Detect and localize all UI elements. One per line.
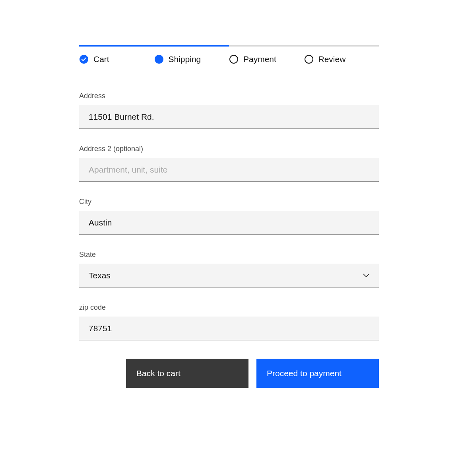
circle-filled-icon bbox=[154, 54, 164, 64]
circle-outline-icon bbox=[304, 54, 314, 64]
progress-segment-cart bbox=[79, 45, 154, 47]
svg-point-0 bbox=[80, 55, 88, 64]
address-input[interactable] bbox=[79, 105, 379, 129]
back-button[interactable]: Back to cart bbox=[126, 359, 248, 388]
city-input[interactable] bbox=[79, 211, 379, 235]
address2-input[interactable] bbox=[79, 158, 379, 182]
check-circle-icon bbox=[79, 54, 89, 64]
step-label: Review bbox=[318, 54, 346, 64]
steps-row: Cart Shipping Payment Review bbox=[79, 54, 379, 64]
svg-point-2 bbox=[230, 55, 238, 63]
step-cart[interactable]: Cart bbox=[79, 54, 154, 64]
zip-label: zip code bbox=[79, 303, 379, 312]
svg-point-1 bbox=[155, 55, 163, 64]
svg-point-3 bbox=[305, 55, 313, 63]
state-label: State bbox=[79, 251, 379, 259]
proceed-button[interactable]: Proceed to payment bbox=[256, 359, 379, 388]
zip-input[interactable] bbox=[79, 317, 379, 340]
address-label: Address bbox=[79, 92, 379, 100]
progress-bar bbox=[79, 45, 379, 47]
progress-segment-payment bbox=[229, 45, 304, 47]
chevron-down-icon bbox=[363, 274, 369, 278]
address2-label: Address 2 (optional) bbox=[79, 145, 379, 153]
step-shipping[interactable]: Shipping bbox=[154, 54, 229, 64]
step-review[interactable]: Review bbox=[304, 54, 379, 64]
city-label: City bbox=[79, 198, 379, 206]
step-label: Payment bbox=[243, 54, 276, 64]
state-value: Texas bbox=[89, 271, 111, 280]
progress-segment-review bbox=[304, 45, 379, 47]
step-label: Shipping bbox=[169, 54, 201, 64]
circle-outline-icon bbox=[229, 54, 239, 64]
step-payment[interactable]: Payment bbox=[229, 54, 304, 64]
step-label: Cart bbox=[93, 54, 109, 64]
progress-segment-shipping bbox=[154, 45, 229, 47]
state-select[interactable]: Texas bbox=[79, 264, 379, 288]
